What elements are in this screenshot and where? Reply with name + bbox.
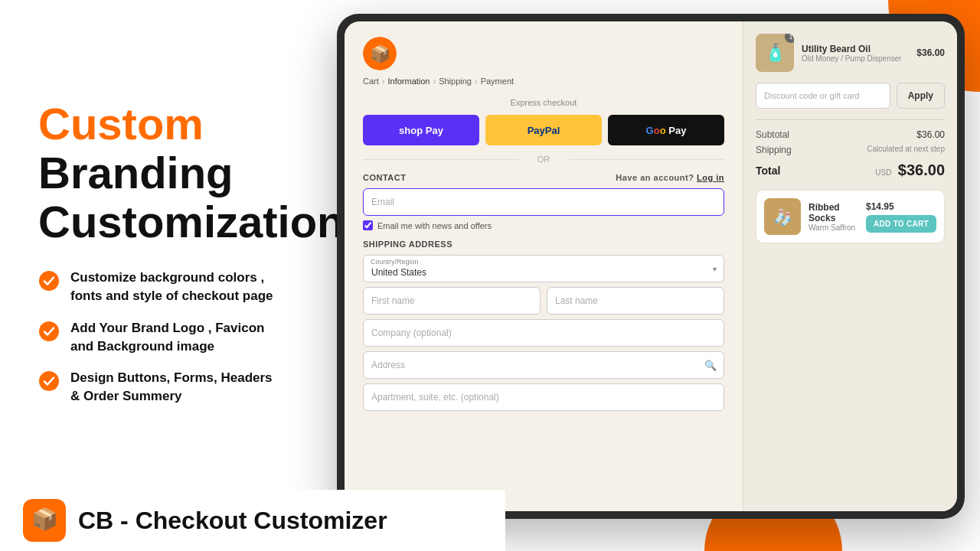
subtotal-row: Subtotal $36.00 <box>756 129 945 140</box>
feature-text-3: Design Buttons, Forms, Headers& Order Su… <box>70 369 273 406</box>
svg-text:📦: 📦 <box>370 44 391 64</box>
breadcrumb-shipping: Shipping <box>439 77 472 86</box>
total-currency: USD <box>875 168 891 177</box>
upsell-product-variant: Warm Saffron <box>808 223 858 232</box>
news-checkbox-row: Email me with news and offers <box>363 220 724 230</box>
gpay-label: Goo Pay <box>646 125 687 136</box>
shipping-section-label: SHIPPING ADDRESS <box>363 240 724 249</box>
svg-text:🧴: 🧴 <box>765 42 786 63</box>
check-circle-icon-2 <box>38 321 60 342</box>
contact-section-label: CONTACT Have an account? Log in <box>363 173 724 182</box>
svg-point-2 <box>39 371 59 391</box>
shipping-value: Calculated at next step <box>867 145 945 155</box>
search-icon: 🔍 <box>704 360 717 371</box>
upsell-product-image: 🧦 <box>764 198 801 235</box>
checkout-right: 1 🧴 Utility Beard Oil Old Money / Pump D… <box>743 21 957 511</box>
product-info-beard-oil: Utility Beard Oil Old Money / Pump Dispe… <box>802 44 909 63</box>
breadcrumb-payment: Payment <box>481 77 514 86</box>
feature-text-1: Customize background colors , fonts and … <box>70 269 299 305</box>
total-row: Total USD $36.00 <box>756 161 945 179</box>
first-name-input[interactable] <box>363 287 541 315</box>
product-image-beard-oil: 1 🧴 <box>756 34 794 72</box>
breadcrumb-sep-3: › <box>475 77 478 86</box>
breadcrumb: Cart › Information › Shipping › Payment <box>363 77 724 86</box>
upsell-product-name: Ribbed Socks <box>808 202 858 223</box>
country-select-wrapper: Country/Region United States ▾ <box>363 255 724 282</box>
product-name-beard-oil: Utility Beard Oil <box>802 44 909 54</box>
feature-list: Customize background colors , fonts and … <box>38 269 299 406</box>
svg-text:📦: 📦 <box>31 507 58 532</box>
tablet-screen: 📦 Cart › Information › Shipping › Paymen… <box>345 21 957 511</box>
apply-button[interactable]: Apply <box>897 83 945 109</box>
last-name-input[interactable] <box>547 287 724 315</box>
shipping-label: Shipping <box>756 145 792 155</box>
product-variant-beard-oil: Old Money / Pump Dispenser <box>802 54 909 63</box>
company-input[interactable] <box>363 319 724 347</box>
headline-rest: BrandingCustomization <box>38 148 299 246</box>
discount-row: Apply <box>756 83 945 109</box>
paypal-button[interactable]: PayPal <box>485 115 602 145</box>
check-circle-icon-1 <box>38 270 60 292</box>
or-divider: OR <box>363 155 724 164</box>
checkout-store-logo: 📦 <box>363 37 397 70</box>
subtotal-value: $36.00 <box>916 129 945 140</box>
upsell-card: 🧦 Ribbed Socks Warm Saffron $14.95 ADD T… <box>756 190 945 243</box>
discount-input[interactable] <box>756 83 890 109</box>
price-summary: Subtotal $36.00 Shipping Calculated at n… <box>756 119 945 179</box>
bottom-bar: 📦 CB - Checkout Customizer <box>0 490 505 551</box>
country-label: Country/Region <box>371 258 419 266</box>
checkout-left: 📦 Cart › Information › Shipping › Paymen… <box>345 21 743 511</box>
breadcrumb-sep-1: › <box>382 77 385 86</box>
check-circle-icon-3 <box>38 370 60 392</box>
shipping-row: Shipping Calculated at next step <box>756 145 945 155</box>
shoppay-label: shop Pay <box>399 125 443 136</box>
express-checkout-label: Express checkout <box>363 98 724 107</box>
product-price-beard-oil: $36.00 <box>916 47 945 58</box>
login-anchor[interactable]: Log in <box>697 173 724 182</box>
upsell-info: Ribbed Socks Warm Saffron <box>808 202 858 232</box>
app-logo-bottom: 📦 <box>23 499 66 542</box>
subtotal-label: Subtotal <box>756 129 789 140</box>
apartment-input[interactable] <box>363 383 724 411</box>
gpay-button[interactable]: Goo Pay <box>608 115 724 145</box>
paypal-label: PayPal <box>528 125 560 136</box>
breadcrumb-information[interactable]: Information <box>387 77 430 86</box>
svg-point-1 <box>39 321 59 341</box>
headline-custom: Custom <box>38 99 299 148</box>
breadcrumb-cart: Cart <box>363 77 379 86</box>
feature-item-3: Design Buttons, Forms, Headers& Order Su… <box>38 369 299 406</box>
total-amount-wrapper: USD $36.00 <box>875 161 945 179</box>
feature-item-2: Add Your Brand Logo , Faviconand Backgro… <box>38 319 299 356</box>
add-to-cart-button[interactable]: ADD TO CART <box>866 215 936 233</box>
app-name-bottom: CB - Checkout Customizer <box>78 507 387 535</box>
name-row <box>363 287 724 315</box>
order-item-beard-oil: 1 🧴 Utility Beard Oil Old Money / Pump D… <box>756 34 945 72</box>
total-amount: $36.00 <box>898 161 945 178</box>
total-label: Total <box>756 165 780 177</box>
news-checkbox-label: Email me with news and offers <box>377 221 492 230</box>
news-checkbox[interactable] <box>363 220 373 230</box>
express-checkout-buttons: shop Pay PayPal Goo Pay <box>363 115 724 145</box>
feature-text-2: Add Your Brand Logo , Faviconand Backgro… <box>70 319 264 356</box>
login-link[interactable]: Have an account? Log in <box>616 173 724 182</box>
feature-item-1: Customize background colors , fonts and … <box>38 269 299 305</box>
breadcrumb-sep-2: › <box>433 77 436 86</box>
svg-text:🧦: 🧦 <box>773 208 792 227</box>
tablet-frame: 📦 Cart › Information › Shipping › Paymen… <box>337 14 965 519</box>
svg-point-0 <box>39 271 59 291</box>
shoppay-button[interactable]: shop Pay <box>363 115 479 145</box>
address-input[interactable] <box>363 351 724 379</box>
upsell-right: $14.95 ADD TO CART <box>866 201 936 233</box>
apartment-input-wrapper <box>363 383 724 411</box>
email-input[interactable] <box>363 188 724 216</box>
upsell-price: $14.95 <box>866 201 894 212</box>
left-panel: Custom BrandingCustomization Customize b… <box>0 0 329 505</box>
address-input-wrapper: 🔍 <box>363 351 724 379</box>
